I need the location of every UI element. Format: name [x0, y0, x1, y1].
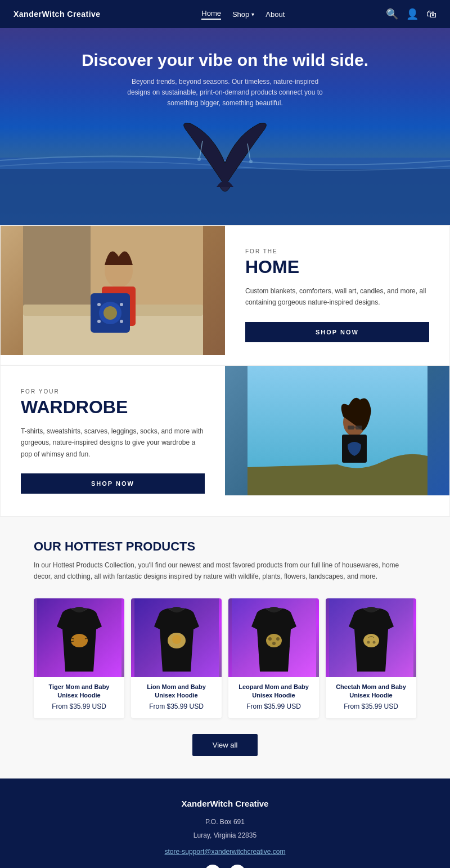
svg-point-39: [276, 637, 280, 641]
footer-social-links: [11, 865, 439, 868]
footer-email[interactable]: store-support@xanderwitchcreative.com: [11, 848, 439, 856]
home-desc: Custom blankets, comforters, wall art, c…: [245, 285, 429, 308]
svg-point-5: [249, 160, 253, 163]
wardrobe-image-panel: [225, 366, 449, 516]
product-name-1: Tiger Mom and Baby Unisex Hoodie: [39, 683, 119, 700]
products-section: OUR HOTTEST PRODUCTS In our Hottest Prod…: [0, 517, 450, 778]
product-image-1: [34, 598, 124, 677]
wardrobe-for-label: FOR YOUR: [21, 388, 205, 395]
home-shop-button[interactable]: SHOP NOW: [245, 322, 429, 342]
search-icon[interactable]: 🔍: [386, 8, 398, 20]
chevron-down-icon: ▾: [251, 11, 254, 17]
wardrobe-shop-button[interactable]: SHOP NOW: [21, 473, 205, 494]
products-grid: Tiger Mom and Baby Unisex Hoodie From $3…: [34, 598, 416, 718]
whale-tail-illustration: [0, 113, 450, 225]
list-item[interactable]: Tiger Mom and Baby Unisex Hoodie From $3…: [34, 598, 124, 718]
nav-shop-link[interactable]: Shop: [232, 10, 249, 19]
footer: XanderWitch Creative P.O. Box 691 Luray,…: [0, 778, 450, 868]
navbar: XanderWitch Creative Home Shop ▾ About 🔍…: [0, 0, 450, 28]
product-name-3: Leopard Mom and Baby Unisex Hoodie: [234, 683, 313, 700]
nav-shop-dropdown[interactable]: Shop ▾: [232, 10, 254, 19]
nav-about[interactable]: About: [266, 10, 285, 19]
product-price-2: From $35.99 USD: [137, 703, 216, 710]
view-all-wrapper: View all: [34, 734, 416, 756]
home-product-image: [1, 226, 225, 355]
home-image-panel: [1, 226, 225, 365]
nav-links: Home Shop ▾ About: [201, 9, 285, 20]
hero-subtitle: Beyond trends, beyond seasons. Our timel…: [124, 77, 326, 109]
product-info-1: Tiger Mom and Baby Unisex Hoodie From $3…: [34, 677, 124, 718]
svg-point-15: [97, 303, 101, 306]
list-item[interactable]: Lion Mom and Baby Unisex Hoodie From $35…: [131, 598, 222, 718]
svg-point-45: [372, 641, 375, 643]
product-price-3: From $35.99 USD: [234, 703, 313, 710]
view-all-button[interactable]: View all: [192, 734, 258, 756]
product-price-1: From $35.99 USD: [39, 703, 119, 710]
wardrobe-product-image: [225, 366, 449, 495]
svg-point-16: [120, 303, 123, 306]
products-title: OUR HOTTEST PRODUCTS: [34, 539, 416, 554]
product-info-3: Leopard Mom and Baby Unisex Hoodie From …: [228, 677, 319, 718]
svg-point-27: [71, 634, 88, 647]
footer-address-line2: Luray, Virginia 22835: [11, 829, 439, 842]
hero-title: Discover your vibe on the wild side.: [82, 51, 368, 70]
product-image-2: [131, 598, 222, 677]
product-name-4: Cheetah Mom and Baby Unisex Hoodie: [331, 683, 411, 700]
product-info-2: Lion Mom and Baby Unisex Hoodie From $35…: [131, 677, 222, 718]
cart-icon[interactable]: 🛍: [426, 8, 436, 20]
footer-brand: XanderWitch Creative: [11, 799, 439, 808]
hero-section: Discover your vibe on the wild side. Bey…: [0, 28, 450, 225]
product-image-4: [326, 598, 416, 677]
svg-rect-22: [348, 426, 354, 429]
svg-point-18: [120, 320, 123, 323]
footer-address-line1: P.O. Box 691: [11, 815, 439, 829]
svg-point-14: [104, 306, 117, 320]
svg-point-38: [268, 637, 272, 641]
svg-point-17: [97, 320, 101, 323]
nav-home[interactable]: Home: [201, 9, 221, 20]
home-split-section: FOR THE HOME Custom blankets, comforters…: [0, 225, 450, 365]
nav-brand[interactable]: XanderWitch Creative: [14, 10, 101, 19]
instagram-icon[interactable]: [230, 865, 245, 868]
svg-point-37: [266, 634, 282, 647]
product-info-4: Cheetah Mom and Baby Unisex Hoodie From …: [326, 677, 416, 718]
svg-point-40: [272, 642, 276, 645]
svg-line-29: [71, 641, 74, 642]
svg-rect-23: [356, 426, 362, 429]
nav-icons: 🔍 👤 🛍: [386, 8, 436, 20]
account-icon[interactable]: 👤: [406, 8, 418, 20]
home-text-panel: FOR THE HOME Custom blankets, comforters…: [225, 226, 449, 365]
list-item[interactable]: Cheetah Mom and Baby Unisex Hoodie From …: [326, 598, 416, 718]
products-desc: In our Hottest Products Collection, you'…: [34, 560, 416, 583]
list-item[interactable]: Leopard Mom and Baby Unisex Hoodie From …: [228, 598, 319, 718]
product-name-2: Lion Mom and Baby Unisex Hoodie: [137, 683, 216, 700]
product-image-3: [228, 598, 319, 677]
wardrobe-desc: T-shirts, sweatshirts, scarves, leggings…: [21, 426, 205, 460]
home-for-label: FOR THE: [245, 248, 429, 254]
svg-point-34: [172, 635, 181, 644]
product-price-4: From $35.99 USD: [331, 703, 411, 710]
svg-point-43: [363, 634, 379, 647]
hero-visual: [0, 113, 450, 225]
svg-point-4: [197, 158, 201, 161]
wardrobe-split-section: FOR YOUR WARDROBE T-shirts, sweatshirts,…: [0, 365, 450, 517]
wardrobe-title: WARDROBE: [21, 397, 205, 418]
svg-point-32: [171, 607, 182, 612]
svg-point-44: [367, 641, 370, 643]
home-title: HOME: [245, 257, 429, 278]
facebook-icon[interactable]: [205, 865, 220, 868]
footer-address: P.O. Box 691 Luray, Virginia 22835: [11, 815, 439, 842]
svg-point-36: [268, 607, 280, 612]
svg-point-42: [366, 607, 377, 612]
svg-point-26: [74, 607, 85, 612]
wardrobe-text-panel: FOR YOUR WARDROBE T-shirts, sweatshirts,…: [1, 366, 225, 516]
home-illustration: [23, 226, 203, 355]
wardrobe-illustration: [248, 366, 428, 495]
